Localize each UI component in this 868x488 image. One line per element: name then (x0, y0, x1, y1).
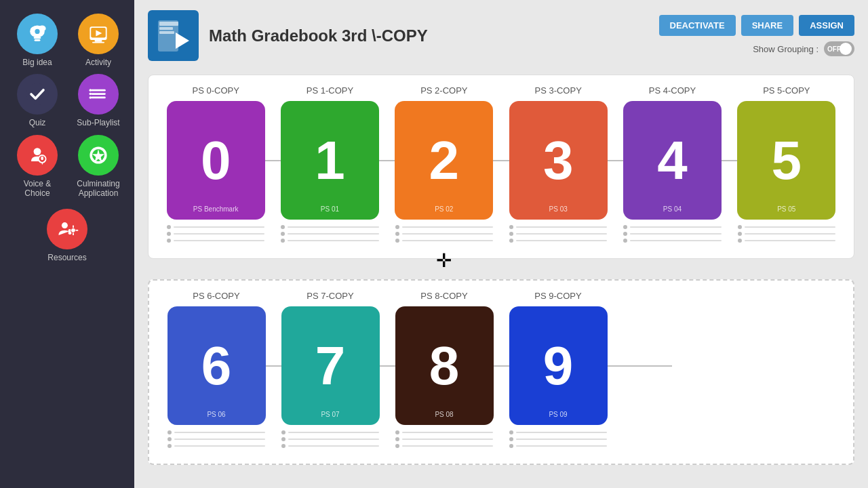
ps9-sublabel: PS 09 (549, 411, 567, 418)
svg-rect-20 (41, 157, 43, 160)
ps8-card[interactable]: 8 PS 08 (395, 306, 494, 425)
ps8-number: 8 (429, 339, 460, 393)
svg-rect-21 (42, 163, 43, 165)
ps9-number: 9 (543, 339, 574, 393)
svg-rect-14 (91, 97, 106, 99)
ps7-card[interactable]: 7 PS 07 (281, 306, 380, 425)
ps2-column: PS 2-COPY 2 PS 02 ✛ (387, 85, 501, 248)
ps3-number: 3 (543, 134, 574, 188)
ps1-number: 1 (315, 134, 345, 188)
sidebar-item-culminating[interactable]: Culminating Application (71, 135, 125, 199)
ps9-card[interactable]: 9 PS 09 (509, 306, 608, 425)
ps5-column: PS 5-COPY 5 PS 05 (730, 85, 844, 248)
ps3-footer (501, 220, 615, 248)
resources-icon (47, 209, 87, 249)
svg-rect-3 (34, 37, 41, 39)
sidebar-culminating-label: Culminating Application (71, 179, 125, 199)
sidebar-item-sub-playlist[interactable]: Sub-Playlist (71, 74, 125, 127)
ps4-footer (615, 220, 729, 248)
content-area: PS 0-COPY 0 PS Benchmark PS 1-COPY (134, 68, 868, 488)
ps1-label: PS 1-COPY (307, 85, 353, 96)
svg-rect-4 (35, 39, 41, 41)
show-grouping-label: Show Grouping : (753, 44, 818, 54)
ps3-column: PS 3-COPY 3 PS 03 (501, 85, 615, 248)
main-content: Math Gradebook 3rd \-COPY DEACTIVATE SHA… (134, 0, 868, 488)
toggle-off-label: OFF (827, 45, 841, 53)
header: Math Gradebook 3rd \-COPY DEACTIVATE SHA… (134, 0, 868, 68)
ps2-label: PS 2-COPY (420, 85, 467, 96)
deactivate-button[interactable]: DEACTIVATE (659, 15, 736, 36)
ps0-card[interactable]: 0 PS Benchmark (167, 101, 265, 220)
voice-choice-icon (17, 135, 58, 176)
ps2-card[interactable]: 2 PS 02 (395, 101, 493, 220)
ps2-number: 2 (429, 134, 460, 188)
ps6-footer (159, 425, 273, 453)
ps8-label: PS 8-COPY (420, 291, 467, 301)
ps5-footer (730, 220, 844, 248)
header-right: DEACTIVATE SHARE ASSIGN Show Grouping : … (659, 15, 855, 56)
ps6-column: PS 6-COPY 6 PS 06 (159, 291, 273, 453)
header-left: Math Gradebook 3rd \-COPY (148, 10, 428, 61)
ps5-number: 5 (772, 134, 802, 188)
sidebar-item-resources[interactable]: Resources (40, 209, 94, 262)
svg-point-5 (35, 29, 39, 34)
sub-playlist-icon (78, 74, 119, 115)
svg-marker-37 (176, 33, 189, 49)
ps0-number: 0 (201, 134, 231, 188)
svg-point-18 (34, 148, 41, 155)
ps0-footer (159, 220, 273, 248)
ps8-footer (387, 425, 501, 453)
sidebar-item-quiz[interactable]: Quiz (10, 74, 64, 127)
ps2-sublabel: PS 02 (435, 205, 453, 213)
ps4-card[interactable]: 4 PS 04 (623, 101, 722, 220)
cards-row-2: PS 6-COPY 6 PS 06 PS 7-COPY 7 (159, 291, 843, 453)
ps7-label: PS 7-COPY (307, 291, 353, 301)
svg-point-28 (71, 228, 75, 232)
page-title: Math Gradebook 3rd \-COPY (209, 26, 428, 45)
ps3-card[interactable]: 3 PS 03 (509, 101, 608, 220)
ps5-sublabel: PS 05 (777, 205, 795, 213)
svg-rect-13 (91, 94, 106, 96)
ps4-sublabel: PS 04 (663, 205, 682, 213)
ps1-sublabel: PS 01 (321, 205, 339, 213)
ps5-label: PS 5-COPY (763, 85, 810, 96)
group-section-2: PS 6-COPY 6 PS 06 PS 7-COPY 7 (148, 279, 854, 465)
ps1-card[interactable]: 1 PS 01 (281, 101, 379, 220)
ps9-column: PS 9-COPY 9 PS 09 (501, 291, 615, 453)
ps2-footer (387, 220, 501, 248)
svg-rect-35 (159, 27, 173, 30)
ps4-label: PS 4-COPY (649, 85, 696, 96)
ps7-number: 7 (315, 339, 346, 393)
show-grouping-toggle: Show Grouping : OFF (753, 41, 854, 56)
group-section-1: PS 0-COPY 0 PS Benchmark PS 1-COPY (148, 75, 854, 259)
sidebar-big-idea-label: Big idea (22, 58, 52, 67)
ps5-card[interactable]: 5 PS 05 (737, 101, 835, 220)
ps3-sublabel: PS 03 (549, 205, 568, 213)
ps1-column: PS 1-COPY 1 PS 01 (273, 85, 387, 248)
ps6-card[interactable]: 6 PS 06 (167, 306, 266, 425)
svg-rect-34 (159, 22, 178, 26)
share-button[interactable]: SHARE (741, 15, 794, 36)
culminating-icon (78, 135, 119, 176)
ps3-label: PS 3-COPY (534, 85, 581, 96)
sidebar-quiz-label: Quiz (29, 118, 46, 127)
grouping-toggle[interactable]: OFF (824, 41, 854, 56)
ps6-number: 6 (201, 339, 232, 393)
sidebar-item-activity[interactable]: Activity (71, 14, 125, 67)
cards-row-1: PS 0-COPY 0 PS Benchmark PS 1-COPY (159, 85, 844, 248)
ps4-number: 4 (657, 134, 688, 188)
sidebar-item-voice-choice[interactable]: Voice &Choice (10, 135, 64, 199)
sidebar-item-big-idea[interactable]: Big idea (10, 14, 64, 67)
ps7-sublabel: PS 07 (321, 411, 339, 418)
ps1-footer (273, 220, 387, 248)
ps7-footer (273, 425, 387, 453)
svg-point-26 (62, 222, 68, 228)
ps6-label: PS 6-COPY (193, 291, 239, 301)
svg-rect-12 (91, 89, 106, 92)
sidebar-voice-choice-label: Voice &Choice (24, 179, 52, 199)
sidebar-activity-label: Activity (85, 58, 111, 67)
svg-rect-36 (159, 31, 174, 34)
ps8-sublabel: PS 08 (435, 411, 453, 418)
assign-button[interactable]: ASSIGN (799, 15, 854, 36)
ps0-sublabel: PS Benchmark (193, 205, 239, 213)
